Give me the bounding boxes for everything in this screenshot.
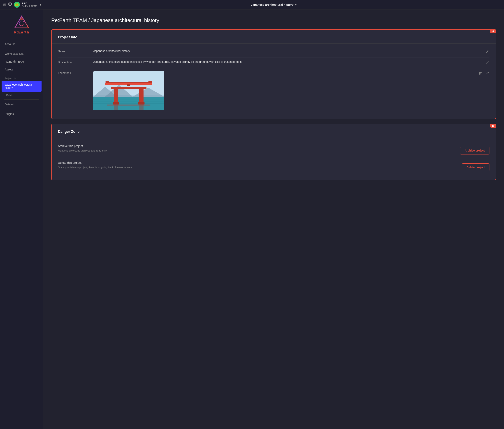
edit-description-button[interactable] bbox=[485, 61, 489, 65]
sidebar-item-plugins[interactable]: Plugins bbox=[0, 110, 43, 118]
logo-svg bbox=[14, 15, 29, 29]
topbar-title-chevron-icon[interactable]: ▾ bbox=[295, 3, 297, 6]
svg-rect-25 bbox=[127, 84, 130, 86]
svg-rect-28 bbox=[107, 105, 150, 106]
archive-project-button[interactable]: Archive project bbox=[460, 147, 489, 154]
description-label: Description bbox=[58, 60, 93, 64]
sidebar-item-public[interactable]: Public bbox=[0, 92, 43, 98]
svg-rect-13 bbox=[93, 99, 164, 100]
topbar: ⊞ 🐸 RED Re:Earth TEAM ▾ Japanese archite… bbox=[0, 0, 504, 9]
info-row-description: Description Japanese architecture has be… bbox=[58, 57, 489, 68]
main-content: Re:Earth TEAM / Japanese architectural h… bbox=[43, 9, 504, 429]
svg-rect-19 bbox=[114, 88, 118, 104]
description-value: Japanese architecture has been typified … bbox=[93, 60, 482, 63]
archive-row: Archive this project Mark this project a… bbox=[58, 144, 489, 154]
divider-5 bbox=[4, 109, 39, 109]
avatar: 🐸 bbox=[14, 2, 20, 8]
topbar-left: ⊞ 🐸 RED Re:Earth TEAM ▾ bbox=[3, 2, 46, 8]
delete-text: Delete this project Once you delete a pr… bbox=[58, 161, 462, 171]
archive-title: Archive this project bbox=[58, 144, 460, 148]
sidebar-item-team[interactable]: Re:Earth TEAM bbox=[0, 58, 43, 65]
svg-rect-23 bbox=[106, 81, 109, 83]
edit-name-button[interactable] bbox=[485, 50, 489, 54]
delete-project-button[interactable]: Delete project bbox=[462, 163, 489, 171]
info-row-name: Name Japanese architectural history bbox=[58, 47, 489, 57]
sidebar-item-account[interactable]: Account bbox=[0, 40, 43, 48]
card-divider-a bbox=[52, 43, 496, 44]
danger-zone-card: B Danger Zone Archive this project Mark … bbox=[51, 124, 496, 180]
grid-icon[interactable]: ⊞ bbox=[3, 3, 6, 7]
globe-icon[interactable] bbox=[8, 2, 12, 7]
delete-title: Delete this project bbox=[58, 161, 462, 164]
project-info-card-title: Project Info bbox=[58, 35, 489, 39]
delete-thumbnail-button[interactable] bbox=[478, 72, 483, 76]
sidebar-item-dataset[interactable]: Dataset bbox=[0, 100, 43, 108]
archive-text: Archive this project Mark this project a… bbox=[58, 144, 460, 154]
delete-section: Delete this project Once you delete a pr… bbox=[58, 158, 489, 174]
thumbnail-actions bbox=[478, 71, 489, 76]
username: RED bbox=[22, 2, 37, 5]
description-actions bbox=[485, 60, 489, 65]
page-title: Re:Earth TEAM / Japanese architectural h… bbox=[51, 17, 496, 23]
svg-rect-22 bbox=[138, 102, 144, 105]
thumbnail-image bbox=[93, 71, 164, 110]
svg-point-4 bbox=[19, 21, 24, 26]
thumbnail-value bbox=[93, 71, 476, 110]
edit-thumbnail-button[interactable] bbox=[485, 72, 489, 76]
info-row-thumbnail: Thumbnail bbox=[58, 68, 489, 113]
name-value: Japanese architectural history bbox=[93, 49, 482, 53]
sidebar-item-active-project[interactable]: Japanese architectural history bbox=[1, 81, 42, 92]
topbar-project-title: Japanese architectural history bbox=[251, 3, 294, 6]
logo-area: R:Earth bbox=[0, 9, 43, 38]
divider-1 bbox=[4, 39, 39, 39]
card-divider-b bbox=[52, 138, 496, 138]
archive-section: Archive this project Mark this project a… bbox=[58, 141, 489, 158]
danger-zone-card-title: Danger Zone bbox=[58, 130, 489, 134]
card-badge-a: A bbox=[490, 29, 496, 33]
sidebar-item-assets[interactable]: Assets bbox=[0, 65, 43, 73]
sidebar: R:Earth Account Workspace List Re:Earth … bbox=[0, 9, 43, 429]
project-list-label: Project List bbox=[0, 75, 43, 81]
divider-3 bbox=[4, 74, 39, 74]
project-info-card: A Project Info Name Japanese architectur… bbox=[51, 29, 496, 119]
svg-rect-20 bbox=[139, 88, 144, 104]
layout: R:Earth Account Workspace List Re:Earth … bbox=[0, 9, 504, 429]
logo-label: R:Earth bbox=[14, 30, 29, 35]
delete-desc: Once you delete a project, there is no g… bbox=[58, 166, 462, 169]
svg-rect-15 bbox=[93, 103, 164, 104]
topbar-center: Japanese architectural history ▾ bbox=[46, 3, 501, 6]
svg-rect-21 bbox=[113, 102, 119, 105]
card-badge-b: B bbox=[490, 124, 496, 128]
svg-rect-24 bbox=[148, 81, 152, 83]
team-label: Re:Earth TEAM bbox=[22, 5, 37, 7]
name-label: Name bbox=[58, 49, 93, 53]
sidebar-item-workspace-list[interactable]: Workspace List bbox=[0, 50, 43, 58]
svg-rect-14 bbox=[93, 102, 164, 102]
topbar-chevron-icon[interactable]: ▾ bbox=[40, 3, 41, 6]
name-actions bbox=[485, 49, 489, 54]
delete-row: Delete this project Once you delete a pr… bbox=[58, 161, 489, 171]
archive-desc: Mark this project as archived and read-o… bbox=[58, 149, 460, 152]
thumbnail-label: Thumbnail bbox=[58, 71, 93, 75]
user-info: RED Re:Earth TEAM bbox=[22, 2, 37, 7]
